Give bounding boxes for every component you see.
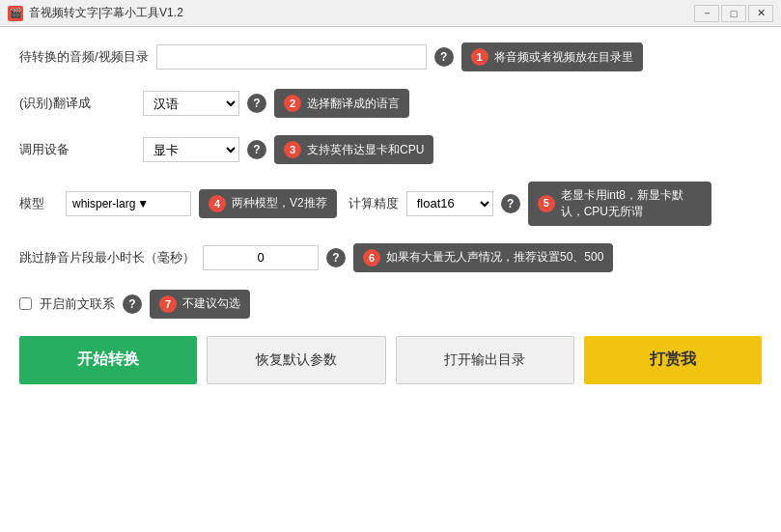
translate-row: (识别)翻译成 汉语 英语 日语 韩语 ? 2 选择翻译成的语言 [19, 89, 762, 118]
translate-tooltip-text: 选择翻译成的语言 [307, 96, 400, 112]
precision-help-button[interactable]: ? [501, 194, 520, 213]
silence-tooltip: 6 如果有大量无人声情况，推荐设置50、500 [353, 243, 613, 272]
silence-badge: 6 [363, 249, 380, 266]
model-tooltip-text: 两种模型，V2推荐 [232, 195, 327, 211]
model-badge: 4 [209, 195, 226, 212]
precision-badge: 5 [538, 195, 555, 212]
model-value: whisper-larg [72, 197, 135, 210]
silence-row: 跳过静音片段最小时长（毫秒） ? 6 如果有大量无人声情况，推荐设置50、500 [19, 243, 762, 272]
device-tooltip: 3 支持英伟达显卡和CPU [274, 135, 433, 164]
reward-button[interactable]: 打赏我 [584, 336, 762, 384]
silence-label: 跳过静音片段最小时长（毫秒） [19, 249, 195, 266]
app-icon: 🎬 [8, 6, 23, 21]
context-label[interactable]: 开启前文联系 [40, 295, 115, 313]
title-bar-title: 音视频转文字|字幕小工具V1.2 [29, 5, 183, 21]
context-tooltip-text: 不建议勾选 [182, 295, 240, 312]
start-button[interactable]: 开始转换 [19, 336, 197, 384]
directory-input[interactable] [156, 44, 427, 70]
close-button[interactable]: ✕ [748, 5, 773, 22]
directory-row: 待转换的音频/视频目录 ? 1 将音频或者视频放在目录里 [19, 42, 762, 71]
model-tooltip: 4 两种模型，V2推荐 [199, 189, 337, 218]
translate-badge: 2 [284, 95, 301, 112]
directory-badge: 1 [471, 48, 488, 66]
title-bar-controls: － □ ✕ [694, 5, 773, 22]
context-help-button[interactable]: ? [123, 294, 142, 314]
maximize-button[interactable]: □ [721, 5, 746, 22]
directory-label: 待转换的音频/视频目录 [19, 48, 149, 66]
precision-label: 计算精度 [349, 195, 399, 212]
context-checkbox[interactable] [19, 297, 32, 310]
silence-tooltip-text: 如果有大量无人声情况，推荐设置50、500 [386, 249, 603, 266]
reset-button[interactable]: 恢复默认参数 [207, 336, 386, 384]
model-row: 模型 whisper-larg ▼ 4 两种模型，V2推荐 计算精度 float… [19, 182, 762, 226]
translate-label: (识别)翻译成 [19, 95, 135, 112]
title-bar: 🎬 音视频转文字|字幕小工具V1.2 － □ ✕ [0, 0, 781, 27]
precision-tooltip-text: 老显卡用int8，新显卡默认，CPU无所谓 [561, 187, 702, 220]
silence-input[interactable] [203, 245, 319, 270]
context-badge: 7 [159, 295, 177, 313]
silence-help-button[interactable]: ? [326, 248, 346, 267]
translate-select[interactable]: 汉语 英语 日语 韩语 [143, 91, 239, 116]
precision-select[interactable]: float16 float32 int8 [406, 191, 493, 216]
device-help-button[interactable]: ? [247, 140, 266, 159]
translate-tooltip: 2 选择翻译成的语言 [274, 89, 409, 118]
main-content: 待转换的音频/视频目录 ? 1 将音频或者视频放在目录里 (识别)翻译成 汉语 … [0, 27, 781, 532]
device-select[interactable]: 显卡 CPU [143, 137, 239, 162]
directory-tooltip-text: 将音频或者视频放在目录里 [494, 49, 633, 66]
title-bar-left: 🎬 音视频转文字|字幕小工具V1.2 [8, 5, 183, 21]
model-label: 模型 [19, 195, 58, 212]
open-button[interactable]: 打开输出目录 [396, 336, 575, 384]
device-label: 调用设备 [19, 141, 135, 158]
model-input-display[interactable]: whisper-larg ▼ [66, 191, 191, 216]
context-row: 开启前文联系 ? 7 不建议勾选 [19, 290, 762, 319]
context-tooltip: 7 不建议勾选 [150, 290, 250, 319]
precision-tooltip: 5 老显卡用int8，新显卡默认，CPU无所谓 [528, 182, 711, 226]
device-badge: 3 [284, 141, 301, 158]
minimize-button[interactable]: － [694, 5, 719, 22]
translate-help-button[interactable]: ? [247, 94, 266, 113]
directory-help-button[interactable]: ? [434, 47, 454, 67]
directory-tooltip: 1 将音频或者视频放在目录里 [461, 42, 643, 71]
device-row: 调用设备 显卡 CPU ? 3 支持英伟达显卡和CPU [19, 135, 762, 164]
button-row: 开始转换 恢复默认参数 打开输出目录 打赏我 [19, 336, 762, 384]
device-tooltip-text: 支持英伟达显卡和CPU [307, 142, 424, 158]
